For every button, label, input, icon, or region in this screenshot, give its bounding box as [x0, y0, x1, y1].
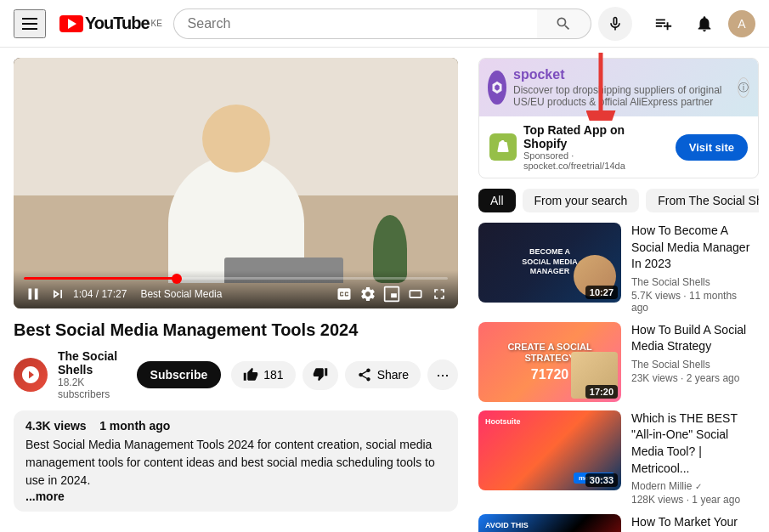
- search-input[interactable]: [173, 8, 537, 39]
- related-video-3[interactable]: Hootsuite metricool 30:33 Which is THE B…: [478, 410, 759, 506]
- thumbnail-4: AVOID THIS: [478, 514, 621, 532]
- card-title-3: Which is THE BEST "All-in-One" Social Me…: [631, 410, 755, 477]
- play-pause-button[interactable]: [24, 285, 42, 303]
- card-channel-2: The Social Shells: [631, 359, 755, 371]
- subscribe-button[interactable]: Subscribe: [137, 361, 222, 388]
- card-title-1: How To Become A Social Media Manager In …: [631, 223, 755, 273]
- card-meta-3: 128K views · 1 year ago: [631, 494, 755, 506]
- thumb-img-4: AVOID THIS: [478, 514, 621, 532]
- video-title-small: Best Social Media: [140, 288, 222, 300]
- progress-fill: [24, 277, 177, 280]
- like-button[interactable]: 181: [231, 361, 295, 388]
- ad-bottom-info: Top Rated App on Shopify Sponsored · spo…: [523, 123, 669, 171]
- channel-info: The Social Shells 18.2K subscribers: [58, 349, 127, 400]
- card-meta-1: 5.7K views · 11 months ago: [631, 290, 755, 314]
- theater-button[interactable]: [407, 286, 424, 303]
- play-triangle: [68, 19, 76, 29]
- card-info-3: Which is THE BEST "All-in-One" Social Me…: [628, 410, 759, 506]
- related-video-4[interactable]: AVOID THIS How To Market Your Business O…: [478, 514, 759, 532]
- ad-info-button[interactable]: ⓘ: [738, 77, 749, 98]
- like-count: 181: [263, 368, 283, 382]
- duration-2: 17:20: [585, 385, 618, 399]
- show-more-button[interactable]: ...more: [25, 490, 65, 503]
- duration-3: 30:33: [585, 473, 618, 487]
- ad-description: Discover top dropshipping suppliers of o…: [513, 84, 731, 108]
- visit-site-button[interactable]: Visit site: [676, 134, 748, 161]
- right-panel: spocket Discover top dropshipping suppli…: [472, 48, 769, 532]
- ad-bottom: Top Rated App on Shopify Sponsored · spo…: [479, 116, 758, 178]
- ad-sponsored: Sponsored · spocket.co/freetrial/14da: [523, 150, 669, 171]
- shopify-icon: [489, 133, 517, 161]
- left-panel: 1:04 / 17:27 Best Social Media: [0, 48, 472, 532]
- related-video-1[interactable]: BECOME ASOCIAL MEDIAMANAGER 10:27 How To…: [478, 223, 759, 314]
- more-options-button[interactable]: ···: [427, 359, 458, 390]
- next-button[interactable]: [49, 286, 66, 303]
- channel-name[interactable]: The Social Shells: [58, 349, 127, 376]
- filter-tabs: All From your search From The Social She…: [478, 189, 759, 212]
- tab-from-search[interactable]: From your search: [523, 189, 640, 212]
- card-info-2: How To Build A Social Media Strategy The…: [628, 322, 759, 402]
- header: YouTubeKE A: [0, 0, 769, 48]
- spocket-brand: spocket: [513, 67, 731, 82]
- share-button[interactable]: Share: [345, 361, 421, 388]
- current-time: 1:04: [73, 288, 93, 300]
- ad-banner: spocket Discover top dropshipping suppli…: [478, 58, 759, 178]
- tab-from-channel[interactable]: From The Social Shells: [646, 189, 759, 212]
- card-title-4: How To Market Your Business On Social Me…: [631, 514, 755, 532]
- progress-bar[interactable]: [24, 277, 448, 280]
- controls-row: 1:04 / 17:27 Best Social Media: [24, 285, 448, 303]
- card-info-4: How To Market Your Business On Social Me…: [628, 514, 759, 532]
- view-count: 4.3K views: [25, 419, 87, 433]
- subtitles-button[interactable]: [336, 286, 353, 303]
- video-title: Best Social Media Management Tools 2024: [14, 319, 458, 341]
- video-player[interactable]: 1:04 / 17:27 Best Social Media: [14, 58, 458, 308]
- card-title-2: How To Build A Social Media Strategy: [631, 322, 755, 355]
- card-meta-2: 23K views · 2 years ago: [631, 372, 755, 384]
- create-button[interactable]: [647, 7, 681, 41]
- share-label: Share: [377, 368, 409, 382]
- action-buttons: 181 Share ···: [231, 359, 458, 390]
- search-button[interactable]: [537, 8, 591, 39]
- total-time: 17:27: [101, 288, 127, 300]
- settings-button[interactable]: [359, 286, 376, 303]
- miniplayer-button[interactable]: [383, 286, 400, 303]
- progress-dot: [172, 274, 182, 284]
- avatar[interactable]: A: [728, 10, 755, 37]
- channel-row: The Social Shells 18.2K subscribers Subs…: [14, 349, 458, 400]
- ad-text: spocket Discover top dropshipping suppli…: [513, 67, 731, 108]
- video-meta: 4.3K views 1 month ago Best Social Media…: [14, 410, 458, 512]
- tab-all[interactable]: All: [478, 189, 516, 212]
- views-time: 4.3K views 1 month ago: [25, 419, 446, 433]
- country-code: KE: [151, 19, 162, 28]
- card-channel-3: Modern Millie ✓: [631, 480, 755, 492]
- duration-1: 10:27: [585, 286, 618, 299]
- youtube-logo[interactable]: YouTubeKE: [59, 14, 162, 33]
- controls-right: [336, 286, 448, 303]
- mic-button[interactable]: [598, 7, 632, 41]
- related-video-2[interactable]: CREATE A SOCIAL STRATEGY 71720 17:20 How…: [478, 322, 759, 402]
- header-left: YouTubeKE: [14, 9, 162, 38]
- thumbnail-1: BECOME ASOCIAL MEDIAMANAGER 10:27: [478, 223, 621, 303]
- menu-button[interactable]: [14, 9, 46, 38]
- video-description: Best Social Media Management Tools 2024 …: [25, 436, 446, 490]
- spocket-logo-icon: [488, 71, 506, 105]
- time-display: 1:04 / 17:27: [73, 288, 127, 300]
- channel-subs: 18.2K subscribers: [58, 376, 127, 400]
- red-arrow-indicator: [584, 53, 618, 123]
- thumbnail-2: CREATE A SOCIAL STRATEGY 71720 17:20: [478, 322, 621, 402]
- channel-avatar[interactable]: [14, 358, 48, 392]
- notifications-button[interactable]: [687, 7, 721, 41]
- dislike-button[interactable]: [303, 360, 338, 390]
- card-channel-1: The Social Shells: [631, 276, 755, 288]
- main-content: 1:04 / 17:27 Best Social Media: [0, 48, 769, 532]
- youtube-text: YouTube: [85, 14, 150, 33]
- verified-icon-3: ✓: [695, 482, 702, 491]
- ad-top: spocket Discover top dropshipping suppli…: [479, 59, 758, 116]
- thumbnail-3: Hootsuite metricool 30:33: [478, 410, 621, 490]
- header-right: A: [647, 7, 755, 41]
- fullscreen-button[interactable]: [431, 286, 448, 303]
- video-controls: 1:04 / 17:27 Best Social Media: [14, 270, 458, 308]
- video-age: 1 month ago: [99, 419, 170, 433]
- youtube-icon: [59, 15, 83, 32]
- ad-title: Top Rated App on Shopify: [523, 123, 669, 150]
